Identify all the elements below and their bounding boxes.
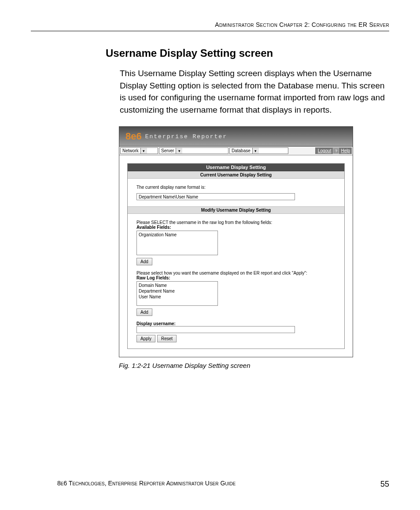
menu-server-label: Server — [159, 148, 176, 153]
help-link[interactable]: Help — [341, 148, 350, 153]
menu-server[interactable]: Server ▾ — [159, 147, 228, 154]
available-fields-label: Available Fields: — [136, 225, 335, 230]
list-item[interactable]: Department Name — [139, 288, 216, 294]
page-footer: 8e6 Technologies, Enterprise Reporter Ad… — [31, 480, 389, 489]
menu-database[interactable]: Database ▾ — [229, 147, 288, 154]
reset-button[interactable]: Reset — [157, 335, 177, 342]
intro-paragraph: This Username Display Setting screen dis… — [120, 67, 385, 116]
menu-network-label: Network — [121, 148, 140, 153]
available-fields-listbox[interactable]: Organization Name — [136, 231, 218, 255]
menubar: Network ▾ Server ▾ Database ▾ Logout ? H… — [119, 147, 353, 155]
settings-panel: Username Display Setting Current Usernam… — [127, 163, 345, 349]
chevron-down-icon: ▾ — [140, 148, 147, 154]
help-icon[interactable]: ? — [333, 148, 339, 154]
chevron-down-icon: ▾ — [176, 148, 182, 154]
chevron-down-icon: ▾ — [252, 148, 259, 154]
running-header: Administrator Section Chapter 2: Configu… — [31, 21, 389, 31]
rawlog-fields-listbox[interactable]: Domain Name Department Name User Name — [136, 281, 218, 306]
modify-instruction-1: Please SELECT the username in the raw lo… — [136, 220, 335, 225]
modify-section-title: Modify Username Display Setting — [128, 206, 344, 214]
top-right-links: Logout ? Help — [315, 147, 352, 154]
display-username-label: Display username: — [136, 321, 335, 326]
page-number: 55 — [380, 480, 389, 489]
add-button-1[interactable]: Add — [136, 258, 152, 265]
current-section-title: Current Username Display Setting — [128, 171, 344, 179]
app-window: 8e6 Enterprise Reporter Network ▾ Server… — [119, 126, 353, 357]
section-title: Username Display Setting screen — [106, 47, 385, 59]
app-titlebar: 8e6 Enterprise Reporter — [119, 127, 353, 147]
brand-logo: 8e6 — [125, 131, 142, 142]
figure-caption: Fig. 1:2-21 Username Display Setting scr… — [119, 362, 385, 369]
brand-subtitle: Enterprise Reporter — [145, 133, 227, 140]
add-button-2[interactable]: Add — [136, 308, 152, 316]
panel-title: Username Display Setting — [128, 164, 344, 171]
footer-left: 8e6 Technologies, Enterprise Reporter Ad… — [57, 480, 236, 489]
list-item[interactable]: Organization Name — [139, 232, 216, 238]
logout-link[interactable]: Logout — [318, 148, 332, 153]
menu-database-label: Database — [230, 148, 252, 153]
rawlog-fields-label: Raw Log Fields: — [136, 275, 335, 280]
list-item[interactable]: Domain Name — [139, 283, 216, 288]
current-format-field — [136, 193, 295, 200]
modify-instruction-2: Please select how you want the username … — [136, 271, 335, 275]
current-format-label: The current display name format is: — [136, 185, 335, 190]
menu-network[interactable]: Network ▾ — [120, 147, 158, 154]
apply-button[interactable]: Apply — [136, 335, 155, 342]
list-item[interactable]: User Name — [139, 294, 216, 300]
display-username-field[interactable] — [136, 326, 295, 333]
